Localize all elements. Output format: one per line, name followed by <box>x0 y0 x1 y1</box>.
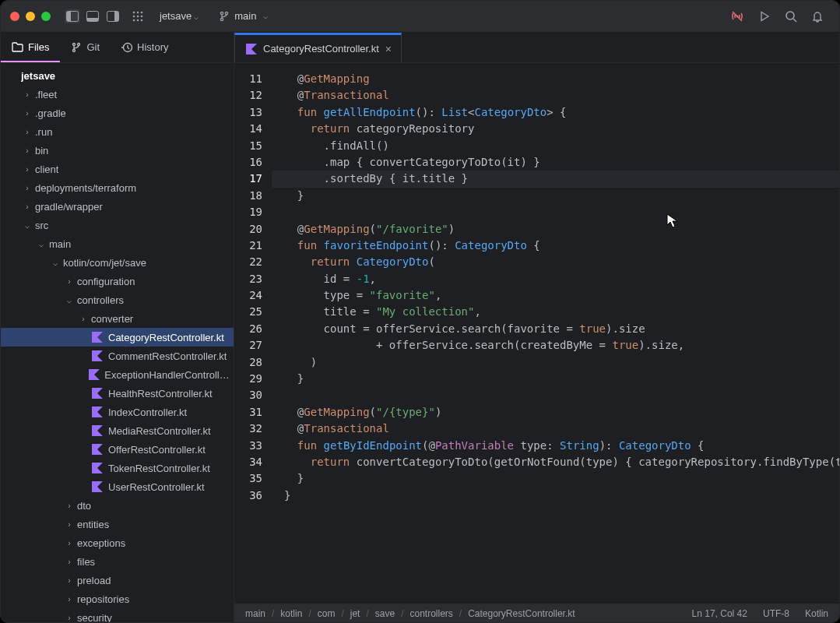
breadcrumb-item[interactable]: main <box>245 608 265 619</box>
code-line[interactable] <box>272 387 839 403</box>
kotlin-file-icon <box>88 369 100 380</box>
code-line[interactable]: } <box>272 470 839 487</box>
code-line[interactable]: } <box>272 188 839 204</box>
tree-item[interactable]: ›entities <box>1 515 234 533</box>
code-line[interactable]: return CategoryDto( <box>272 254 839 270</box>
tree-item[interactable]: ›security <box>1 608 234 622</box>
tree-item[interactable]: UserRestController.kt <box>1 477 234 496</box>
tree-item[interactable]: jetsave <box>1 66 234 85</box>
run-icon[interactable] <box>758 10 771 23</box>
editor-tab[interactable]: CategoryRestController.kt × <box>234 33 402 62</box>
line-number: 18 <box>234 188 262 204</box>
code-line[interactable]: @GetMapping <box>272 71 839 87</box>
breadcrumbs[interactable]: main/kotlin/com/jet/save/controllers/Cat… <box>245 608 575 619</box>
left-panel-toggle[interactable] <box>65 9 80 23</box>
sidebar-tab-git[interactable]: Git <box>60 32 111 62</box>
tree-item[interactable]: CategoryRestController.kt <box>1 328 234 347</box>
encoding[interactable]: UTF-8 <box>763 608 789 619</box>
code-line[interactable]: id = -1, <box>272 271 839 287</box>
branch-selector[interactable]: main⌵ <box>219 10 268 22</box>
breadcrumb-item[interactable]: kotlin <box>280 608 302 619</box>
right-panel-toggle[interactable] <box>105 9 121 23</box>
tree-item[interactable]: ›configuration <box>1 272 234 290</box>
close-tab-icon[interactable]: × <box>385 43 392 55</box>
code-line[interactable]: fun getByIdEndpoint(@PathVariable type: … <box>272 438 839 454</box>
code-line[interactable]: fun getAllEndpoint(): List<CategoryDto> … <box>272 104 839 121</box>
code-content[interactable]: @GetMapping @Transactional fun getAllEnd… <box>272 63 839 604</box>
breadcrumb-item[interactable]: jet <box>350 608 360 619</box>
search-icon[interactable] <box>785 10 797 23</box>
tree-item[interactable]: HealthRestController.kt <box>1 384 234 403</box>
code-line[interactable]: @Transactional <box>272 87 839 104</box>
line-number: 21 <box>234 238 262 254</box>
code-line[interactable]: @GetMapping("/favorite") <box>272 221 839 238</box>
tree-item[interactable]: ›deployments/terraform <box>1 178 234 197</box>
tree-item[interactable]: MediaRestController.kt <box>1 421 234 440</box>
code-line[interactable]: fun favoriteEndpoint(): CategoryDto { <box>272 238 839 254</box>
tree-item[interactable]: ⌵src <box>1 216 234 234</box>
sidebar-tab-files[interactable]: Files <box>1 32 60 62</box>
code-line[interactable]: @GetMapping("/{type}") <box>272 404 839 421</box>
tree-item[interactable]: ›gradle/wrapper <box>1 197 234 216</box>
code-editor[interactable]: 1112131415161718192021222324252627282930… <box>234 63 839 604</box>
project-selector[interactable]: jetsave⌵ <box>160 10 199 22</box>
bell-icon[interactable] <box>811 10 824 23</box>
bottom-panel-toggle[interactable] <box>85 9 100 23</box>
minimize-window-button[interactable] <box>26 12 35 21</box>
code-line[interactable]: .sortedBy { it.title } <box>272 171 839 187</box>
tree-item-label: entities <box>77 519 109 530</box>
cursor-position[interactable]: Ln 17, Col 42 <box>692 608 747 619</box>
code-line[interactable]: return convertCategoryToDto(getOrNotFoun… <box>272 454 839 470</box>
code-line[interactable]: ) <box>272 354 839 371</box>
sidebar-tab-history[interactable]: History <box>111 32 179 62</box>
code-line[interactable]: } <box>272 371 839 387</box>
line-number: 22 <box>234 254 262 270</box>
code-line[interactable]: return categoryRepository <box>272 121 839 137</box>
tree-item[interactable]: ›repositories <box>1 590 234 608</box>
svg-point-6 <box>133 11 135 13</box>
language[interactable]: Kotlin <box>805 608 828 619</box>
tree-item[interactable]: ›client <box>1 160 234 178</box>
tree-item[interactable]: OfferRestController.kt <box>1 440 234 459</box>
tree-item[interactable]: ›.gradle <box>1 104 234 122</box>
code-line[interactable]: @Transactional <box>272 421 839 437</box>
sidebar-tabs: Files Git History <box>1 32 234 63</box>
tree-item[interactable]: ExceptionHandlerController.kt <box>1 365 234 384</box>
line-number: 33 <box>234 438 262 454</box>
close-window-button[interactable] <box>10 12 19 21</box>
tree-item[interactable]: CommentRestController.kt <box>1 347 234 365</box>
tree-item[interactable]: ›preload <box>1 571 234 590</box>
signal-icon[interactable] <box>730 9 744 23</box>
breadcrumb-item[interactable]: com <box>318 608 336 619</box>
maximize-window-button[interactable] <box>41 12 51 21</box>
code-line[interactable]: type = "favorite", <box>272 287 839 304</box>
tree-item[interactable]: TokenRestController.kt <box>1 459 234 477</box>
chevron-right-icon: › <box>65 595 74 604</box>
grid-icon[interactable] <box>130 11 146 22</box>
tree-item[interactable]: ⌵kotlin/com/jet/save <box>1 253 234 272</box>
breadcrumb-item[interactable]: save <box>375 608 395 619</box>
breadcrumb-item[interactable]: controllers <box>409 608 452 619</box>
code-line[interactable] <box>272 204 839 220</box>
line-number: 14 <box>234 121 262 137</box>
tree-item[interactable]: ›bin <box>1 141 234 160</box>
tree-item[interactable]: ›converter <box>1 309 234 328</box>
code-line[interactable]: title = "My collection", <box>272 304 839 320</box>
code-line[interactable]: + offerService.search(createdByMe = true… <box>272 337 839 354</box>
tree-item[interactable]: ›dto <box>1 496 234 515</box>
tree-item[interactable]: ›.fleet <box>1 85 234 104</box>
breadcrumb-item[interactable]: CategoryRestController.kt <box>468 608 575 619</box>
tree-item[interactable]: ›exceptions <box>1 533 234 552</box>
code-line[interactable]: .findAll() <box>272 138 839 154</box>
tree-item[interactable]: ›.run <box>1 122 234 141</box>
chevron-down-icon: ⌵ <box>23 221 32 230</box>
tree-item[interactable]: ›files <box>1 552 234 571</box>
code-line[interactable]: .map { convertCategoryToDto(it) } <box>272 154 839 171</box>
tree-item[interactable]: IndexController.kt <box>1 403 234 421</box>
file-tree[interactable]: jetsave›.fleet›.gradle›.run›bin›client›d… <box>1 63 234 622</box>
code-line[interactable]: } <box>272 487 839 504</box>
tree-item[interactable]: ⌵controllers <box>1 290 234 309</box>
tree-item[interactable]: ⌵main <box>1 234 234 253</box>
chevron-right-icon: › <box>65 539 74 547</box>
code-line[interactable]: count = offerService.search(favorite = t… <box>272 321 839 337</box>
